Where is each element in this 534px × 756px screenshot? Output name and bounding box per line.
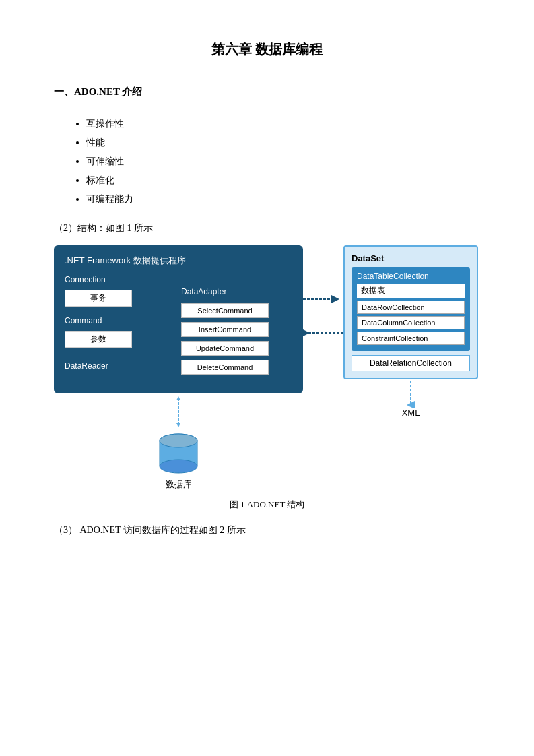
horiz-arrows xyxy=(303,245,343,340)
section-heading: 一、ADO.NET 介绍 xyxy=(54,86,480,98)
data-reader-label: DataReader xyxy=(65,361,176,371)
figure-caption: 图 1 ADO.NET 结构 xyxy=(54,499,480,511)
canshu-box: 参数 xyxy=(65,331,132,348)
bullet-list: 互操作性 性能 可伸缩性 标准化 可编程能力 xyxy=(54,115,480,209)
data-adapter-label: DataAdapter xyxy=(181,287,292,296)
shiwu-box: 事务 xyxy=(65,290,132,307)
connection-label: Connection xyxy=(65,275,176,284)
list-item: 可伸缩性 xyxy=(86,152,480,171)
constraint-collection: ConstraintCollection xyxy=(357,332,465,345)
arrow-left-bottom-icon xyxy=(303,326,343,340)
list-item: 可编程能力 xyxy=(86,190,480,209)
dataset-box: DataSet DataTableCollection 数据表 DataRowC… xyxy=(343,245,478,379)
list-item: 标准化 xyxy=(86,171,480,190)
col-collection: DataColumnCollection xyxy=(357,316,465,329)
update-command: UpdateCommand xyxy=(181,341,269,356)
svg-point-8 xyxy=(160,434,197,447)
dataset-title: DataSet xyxy=(352,253,470,263)
dtc-title: DataTableCollection xyxy=(357,272,465,281)
svg-marker-4 xyxy=(176,423,180,427)
access-note: （3） ADO.NET 访问数据库的过程如图 2 所示 xyxy=(54,524,480,536)
row-collection: DataRowCollection xyxy=(357,301,465,314)
net-framework-title: .NET Framework 数据提供程序 xyxy=(65,255,292,267)
db-label: 数据库 xyxy=(166,478,192,491)
relation-collection: DataRelationCollection xyxy=(352,355,470,371)
net-framework-box: .NET Framework 数据提供程序 Connection 事务 Comm… xyxy=(54,245,303,393)
arrow-right-top-icon xyxy=(303,292,343,306)
xml-arrow-icon xyxy=(401,381,421,408)
vert-arrow-icon xyxy=(168,395,189,429)
data-table-collection-box: DataTableCollection 数据表 DataRowCollectio… xyxy=(352,267,470,351)
list-item: 性能 xyxy=(86,133,480,152)
command-label: Command xyxy=(65,316,176,325)
xml-label: XML xyxy=(402,408,420,418)
shujubiao-label: 数据表 xyxy=(357,284,465,298)
structure-note: （2）结构：如图 1 所示 xyxy=(54,222,480,234)
database-icon xyxy=(155,429,202,476)
page-title: 第六章 数据库编程 xyxy=(54,40,480,59)
select-command: SelectCommand xyxy=(181,303,269,318)
ado-net-diagram: .NET Framework 数据提供程序 Connection 事务 Comm… xyxy=(54,245,480,491)
insert-command: InsertCommand xyxy=(181,322,269,337)
svg-marker-3 xyxy=(176,396,180,400)
svg-point-7 xyxy=(160,460,197,473)
delete-command: DeleteCommand xyxy=(181,360,269,375)
db-area: 数据库 xyxy=(155,393,202,491)
list-item: 互操作性 xyxy=(86,115,480,133)
